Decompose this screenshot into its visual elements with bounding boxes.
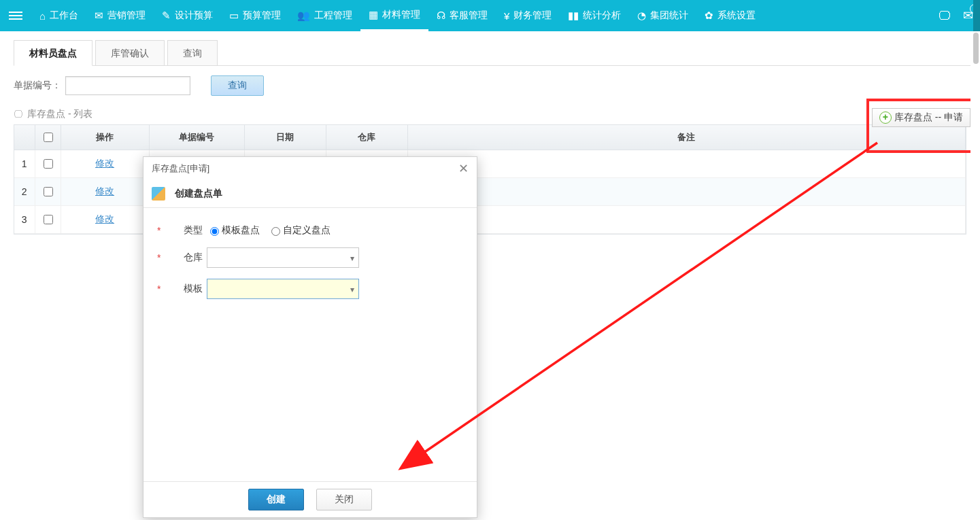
- users-icon: 👥: [297, 10, 310, 22]
- nav-workbench[interactable]: ⌂工作台: [31, 0, 86, 31]
- edit-link[interactable]: 修改: [95, 186, 114, 196]
- nav-label: 客服管理: [450, 10, 488, 22]
- doc-number-input[interactable]: [65, 76, 190, 95]
- plus-icon: +: [879, 111, 892, 124]
- chevron-down-icon: ▾: [350, 254, 354, 263]
- nav-service[interactable]: ☊客服管理: [428, 0, 496, 31]
- nav-stats[interactable]: ▮▮统计分析: [560, 0, 629, 31]
- tab-inventory-clerk[interactable]: 材料员盘点: [14, 40, 92, 66]
- nav-finance[interactable]: ¥财务管理: [496, 0, 560, 31]
- nav-label: 集团统计: [650, 10, 688, 22]
- template-label: 模板: [163, 283, 203, 295]
- scrollbar-thumb[interactable]: [973, 33, 979, 64]
- tab-label: 材料员盘点: [29, 48, 77, 58]
- modal-subtitle: 创建盘点单: [175, 188, 222, 200]
- sub-tabs: 材料员盘点 库管确认 查询: [14, 39, 980, 65]
- row-checkbox[interactable]: [44, 159, 53, 169]
- nav-label: 系统设置: [717, 10, 756, 22]
- hamburger-menu[interactable]: [0, 0, 31, 31]
- template-select[interactable]: ▾: [207, 279, 359, 299]
- edit-link[interactable]: 修改: [95, 158, 114, 169]
- create-button[interactable]: 创建: [248, 489, 304, 510]
- topbar: ⌂工作台 ✉营销管理 ✎设计预算 ▭预算管理 👥工程管理 ▦材料管理 ☊客服管理…: [0, 0, 980, 31]
- nav-label: 设计预算: [175, 10, 213, 22]
- nav-budget[interactable]: ▭预算管理: [221, 0, 289, 31]
- warehouse-label: 仓库: [163, 252, 203, 264]
- col-op: 操作: [61, 125, 149, 150]
- row-index: 2: [14, 178, 35, 206]
- nav-settings[interactable]: ✿系统设置: [696, 0, 764, 31]
- warehouse-select[interactable]: ▾: [207, 247, 359, 268]
- nav-label: 工作台: [50, 10, 78, 22]
- nav-label: 材料管理: [382, 9, 420, 21]
- modal-form: * 类型 模板盘点 自定义盘点 * 仓库 ▾ * 模板 ▾: [143, 208, 477, 326]
- nav-project[interactable]: 👥工程管理: [289, 0, 360, 31]
- nav-material[interactable]: ▦材料管理: [360, 0, 428, 31]
- radio-custom[interactable]: 自定义盘点: [268, 224, 331, 237]
- required-mark: *: [157, 283, 160, 294]
- chat-icon: ✉: [95, 10, 103, 22]
- nav-label: 财务管理: [513, 10, 552, 22]
- close-button[interactable]: 关闭: [316, 489, 372, 510]
- create-doc-icon: [152, 187, 165, 201]
- home-icon: ⌂: [39, 10, 46, 22]
- pie-chart-icon: ◔: [637, 10, 646, 22]
- radio-template[interactable]: 模板盘点: [207, 224, 260, 237]
- nav-group-stats[interactable]: ◔集团统计: [629, 0, 696, 31]
- radio-template-input[interactable]: [210, 227, 219, 236]
- nav-label: 预算管理: [243, 10, 281, 22]
- gear-icon: ✿: [705, 10, 713, 22]
- modal-header: 库存盘点[申请] ✕: [143, 157, 477, 180]
- tab-warehouse-confirm[interactable]: 库管确认: [95, 40, 165, 65]
- row-index: 1: [14, 150, 35, 178]
- nav-label: 统计分析: [583, 10, 621, 22]
- tab-label: 库管确认: [111, 48, 149, 58]
- col-doc: 单据编号: [149, 125, 244, 150]
- doc-number-label: 单据编号：: [14, 80, 61, 92]
- section-title-text: 库存盘点 - 列表: [27, 108, 92, 120]
- form-row-template: * 模板 ▾: [157, 279, 463, 299]
- inventory-apply-button[interactable]: + 库存盘点 -- 申请: [872, 108, 970, 127]
- row-checkbox[interactable]: [44, 215, 53, 224]
- bar-chart-icon: ▮▮: [568, 10, 579, 22]
- mail-icon[interactable]: ✉99: [963, 8, 973, 23]
- screen-icon: 🖵: [14, 109, 23, 120]
- modal-close-button[interactable]: ✕: [458, 161, 469, 176]
- edit-icon: ✎: [162, 10, 171, 22]
- modal-subheader: 创建盘点单: [143, 180, 477, 208]
- section-title: 🖵 库存盘点 - 列表: [14, 105, 966, 123]
- modal-footer: 创建 关闭: [143, 481, 477, 517]
- radio-template-text: 模板盘点: [222, 224, 260, 237]
- radio-custom-input[interactable]: [271, 227, 280, 236]
- nav-label: 营销管理: [107, 10, 146, 22]
- modal-title: 库存盘点[申请]: [152, 162, 209, 175]
- edit-link[interactable]: 修改: [95, 213, 114, 224]
- apply-button-label: 库存盘点 -- 申请: [894, 111, 963, 124]
- scrollbar[interactable]: [970, 31, 980, 520]
- filter-bar: 单据编号： 查询: [0, 66, 980, 105]
- grid-icon: ▦: [369, 9, 378, 21]
- col-rownum: [14, 125, 35, 150]
- search-button[interactable]: 查询: [211, 75, 264, 96]
- col-date: 日期: [244, 125, 326, 150]
- required-mark: *: [157, 225, 160, 236]
- radio-custom-text: 自定义盘点: [283, 224, 331, 237]
- tab-label: 查询: [183, 48, 202, 58]
- tab-query[interactable]: 查询: [167, 40, 218, 65]
- inventory-apply-modal: 库存盘点[申请] ✕ 创建盘点单 * 类型 模板盘点 自定义盘点 * 仓库 ▾ …: [143, 156, 477, 518]
- chevron-down-icon: ▾: [350, 285, 354, 294]
- apply-button-highlight: + 库存盘点 -- 申请: [866, 99, 976, 153]
- nav-label: 工程管理: [314, 10, 352, 22]
- type-label: 类型: [163, 224, 203, 237]
- nav-design-budget[interactable]: ✎设计预算: [154, 0, 221, 31]
- col-checkbox: [35, 125, 61, 150]
- nav-marketing[interactable]: ✉营销管理: [86, 0, 154, 31]
- yen-icon: ¥: [504, 10, 509, 22]
- monitor-icon[interactable]: 🖵: [939, 9, 951, 23]
- headset-icon: ☊: [437, 10, 445, 22]
- select-all-checkbox[interactable]: [44, 133, 53, 142]
- main-nav: ⌂工作台 ✉营销管理 ✎设计预算 ▭预算管理 👥工程管理 ▦材料管理 ☊客服管理…: [31, 0, 764, 31]
- monitor-icon: ▭: [229, 10, 239, 22]
- row-checkbox[interactable]: [44, 187, 53, 196]
- edge-handle[interactable]: [973, 0, 980, 31]
